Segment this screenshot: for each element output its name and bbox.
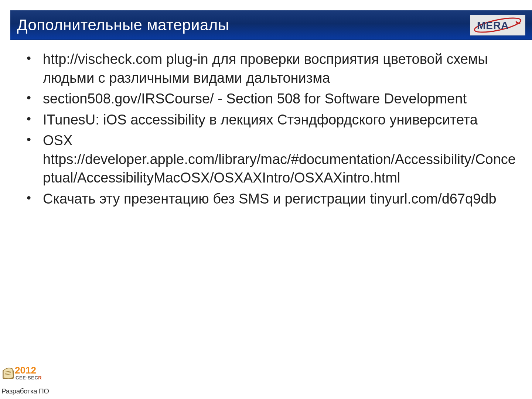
conference-logo-icon: 2012 CEE-SECR <box>1 359 53 387</box>
bullet-list: http://vischeck.com plug-in для проверки… <box>22 50 517 208</box>
footer-year: 2012 <box>15 365 36 376</box>
list-item: Скачать эту презентацию без SMS и регист… <box>22 190 517 208</box>
mera-logo-icon: MERA <box>472 16 524 34</box>
mera-logo: MERA <box>470 15 525 35</box>
footer-tagline: Разработка ПО <box>1 387 53 395</box>
footer-conf: CEE-SECR <box>16 375 42 381</box>
conference-logo: 2012 CEE-SECR Разработка ПО <box>1 359 53 395</box>
list-item: http://vischeck.com plug-in для проверки… <box>22 50 517 87</box>
slide-title: Дополнительные материалы <box>17 16 229 34</box>
content-area: http://vischeck.com plug-in для проверки… <box>22 50 517 210</box>
svg-text:MERA: MERA <box>477 20 509 31</box>
title-bar: Дополнительные материалы MERA <box>10 10 532 40</box>
slide: Дополнительные материалы MERA http://vis… <box>0 0 532 399</box>
list-item: OSX https://developer.apple.com/library/… <box>22 131 517 187</box>
list-item: ITunesU: iOS accessibility в лекциях Стэ… <box>22 110 517 129</box>
list-item: section508.gov/IRSCourse/ - Section 508 … <box>22 89 517 108</box>
top-gap <box>0 0 532 10</box>
